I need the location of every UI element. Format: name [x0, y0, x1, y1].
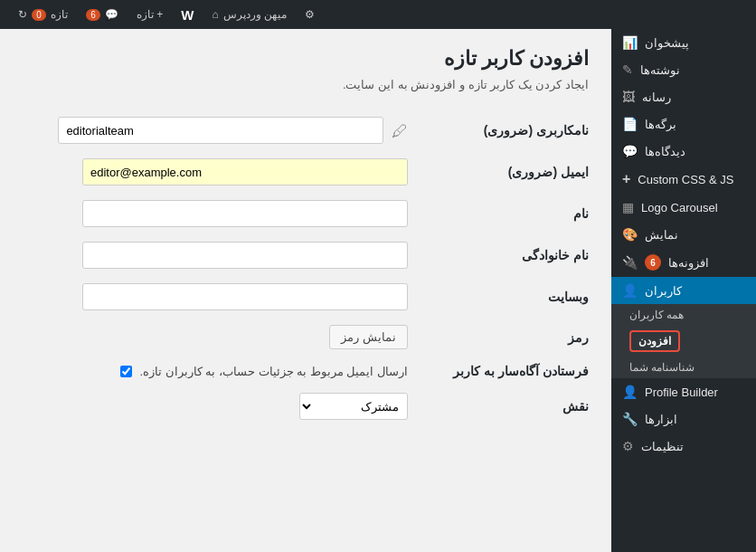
media-icon: 🖼	[622, 90, 635, 104]
send-email-text: ارسال ایمیل مربوط به جزئیات حساب، به کار…	[139, 365, 408, 378]
plugins-icon: 🔌	[622, 255, 638, 270]
firstname-row: نام	[23, 193, 589, 234]
custom-css-icon: +	[622, 171, 630, 187]
sidebar-label-posts: نوشته‌ها	[640, 63, 680, 77]
add-user-label: افزودن	[629, 330, 680, 352]
role-input-cell: مشترک مدیر نویسنده ویرایشگر همکار	[23, 385, 408, 427]
adminbar-settings[interactable]: ⚙	[296, 0, 324, 29]
lastname-row: نام خانوادگی	[23, 234, 589, 276]
sidebar-item-settings[interactable]: تنظیمات ⚙	[611, 433, 756, 460]
sidebar-item-custom-css[interactable]: Custom CSS & JS +	[611, 165, 756, 194]
show-password-button[interactable]: نمایش رمز	[329, 325, 408, 349]
pages-icon: 📄	[622, 117, 638, 131]
firstname-input[interactable]	[82, 200, 408, 227]
sidebar-item-posts[interactable]: نوشته‌ها ✎	[611, 56, 756, 83]
adminbar-wp[interactable]: W	[172, 0, 203, 29]
new-label: + تازه	[137, 8, 163, 21]
sidebar-item-comments[interactable]: دیدگاه‌ها 💬	[611, 138, 756, 165]
sidebar-label-logo-carousel: Logo Carousel	[641, 201, 718, 214]
username-row: نامکاربری (ضروری) 🖊	[23, 109, 589, 151]
password-label: رمز	[408, 318, 589, 357]
website-input-cell	[23, 276, 408, 318]
add-user-form: نامکاربری (ضروری) 🖊 ایمیل (ضروری) نام	[23, 109, 589, 427]
email-input[interactable]	[82, 158, 408, 186]
sidebar-label-tools: ابزارها	[645, 413, 677, 426]
website-label: وبسایت	[408, 276, 589, 318]
comment-icon: 💬	[105, 8, 118, 21]
website-row: وبسایت	[23, 276, 589, 318]
updates-label: تازه	[51, 8, 68, 21]
home-icon: ⌂	[213, 8, 219, 21]
adminbar-new[interactable]: + تازه	[128, 0, 172, 29]
email-row: ایمیل (ضروری)	[23, 151, 589, 193]
adminbar-comments[interactable]: 💬 6	[77, 0, 128, 29]
lastname-input-cell	[23, 234, 408, 276]
appearance-icon: 🎨	[622, 227, 638, 242]
send-email-checkbox[interactable]	[120, 366, 132, 377]
sidebar-item-inbox[interactable]: پیشخوان 📊	[611, 29, 756, 56]
page-description: ایجاد کردن یک کاربر تازه و افزودنش به ای…	[23, 78, 589, 91]
lastname-label: نام خانوادگی	[408, 234, 589, 276]
send-email-row: فرستادن آگاه‌سار به کاربر ارسال ایمیل مر…	[23, 357, 589, 385]
sidebar-label-appearance: نمایش	[645, 228, 678, 242]
username-input[interactable]	[58, 117, 383, 144]
sidebar-label-users: کاربران	[645, 284, 682, 298]
sidebar-label-custom-css: Custom CSS & JS	[638, 173, 733, 186]
home-label: میهن وردپرس	[223, 8, 287, 21]
sidebar-label-media: رسانه	[642, 90, 671, 104]
sidebar-item-pages[interactable]: برگه‌ها 📄	[611, 110, 756, 138]
password-row: رمز نمایش رمز	[23, 318, 589, 357]
plugins-badge: 6	[645, 254, 661, 271]
sidebar-item-profile-builder[interactable]: Profile Builder 👤	[611, 378, 756, 405]
password-input-cell: نمایش رمز	[23, 318, 408, 357]
adminbar-home[interactable]: میهن وردپرس ⌂	[203, 0, 297, 29]
inbox-icon: 📊	[622, 35, 638, 50]
role-label: نقش	[408, 385, 589, 427]
sidebar-subitem-all-users[interactable]: همه کاربران	[611, 304, 756, 326]
sidebar-item-plugins[interactable]: افزونه‌ها 6 🔌	[611, 248, 756, 277]
sidebar-item-media[interactable]: رسانه 🖼	[611, 83, 756, 110]
sidebar-item-users[interactable]: کاربران 👤	[611, 277, 756, 304]
sidebar-label-comments: دیدگاه‌ها	[645, 145, 685, 158]
your-profile-label: شناسنامه شما	[629, 361, 695, 374]
username-input-cell: 🖊	[23, 109, 408, 151]
sidebar-label-plugins: افزونه‌ها	[668, 256, 709, 270]
users-icon: 👤	[622, 283, 638, 298]
sidebar-label-inbox: پیشخوان	[645, 36, 689, 50]
sidebar-subitem-add-user[interactable]: افزودن	[611, 326, 756, 357]
tools-icon: 🔧	[622, 412, 638, 426]
sidebar-item-tools[interactable]: ابزارها 🔧	[611, 405, 756, 433]
adminbar-updates[interactable]: تازه 0 ↻	[9, 0, 77, 29]
sidebar-label-settings: تنظیمات	[641, 440, 684, 453]
update-icon: ↻	[18, 8, 27, 21]
sidebar-label-profile-builder: Profile Builder	[645, 385, 718, 399]
main-content: افزودن کاربر تازه ایجاد کردن یک کاربر تا…	[0, 29, 611, 552]
updates-badge: 0	[32, 9, 46, 21]
firstname-input-cell	[23, 193, 408, 234]
website-input[interactable]	[82, 283, 408, 310]
send-email-input-cell: ارسال ایمیل مربوط به جزئیات حساب، به کار…	[23, 357, 408, 385]
lastname-input[interactable]	[82, 242, 408, 269]
page-title: افزودن کاربر تازه	[23, 47, 589, 71]
settings-icon: ⚙	[622, 439, 634, 453]
send-email-label: فرستادن آگاه‌سار به کاربر	[408, 357, 589, 385]
firstname-label: نام	[408, 193, 589, 234]
profile-builder-icon: 👤	[622, 385, 638, 399]
posts-icon: ✎	[622, 62, 633, 77]
sidebar-subitem-your-profile[interactable]: شناسنامه شما	[611, 357, 756, 378]
settings-icon: ⚙	[305, 8, 315, 21]
role-row: نقش مشترک مدیر نویسنده ویرایشگر همکار	[23, 385, 589, 427]
admin-bar: ⚙ میهن وردپرس ⌂ W + تازه 💬 6 تازه 0 ↻	[0, 0, 756, 29]
sidebar-item-logo-carousel[interactable]: Logo Carousel ▦	[611, 194, 756, 221]
username-label: نامکاربری (ضروری)	[408, 109, 589, 151]
comments-badge: 6	[86, 9, 100, 21]
sidebar-item-appearance[interactable]: نمایش 🎨	[611, 221, 756, 248]
role-select[interactable]: مشترک مدیر نویسنده ویرایشگر همکار	[299, 393, 408, 420]
logo-carousel-icon: ▦	[622, 200, 634, 214]
all-users-label: همه کاربران	[629, 309, 684, 321]
wp-icon: W	[181, 7, 194, 23]
comments-icon: 💬	[622, 144, 638, 158]
sidebar-label-pages: برگه‌ها	[645, 118, 676, 131]
sidebar: پیشخوان 📊 نوشته‌ها ✎ رسانه 🖼 برگه‌ها 📄 د…	[611, 29, 756, 552]
email-input-cell	[23, 151, 408, 193]
